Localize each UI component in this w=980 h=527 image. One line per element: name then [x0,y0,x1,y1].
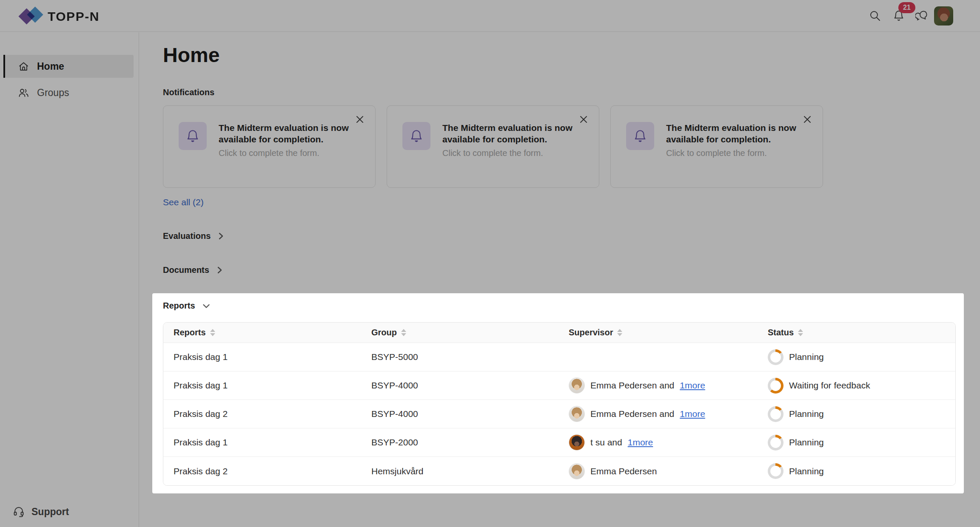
notifications-section-label: Notifications [163,88,214,97]
more-supervisors-link[interactable]: 1more [680,380,705,391]
notification-bell-icon [626,122,654,150]
sort-icon [798,329,803,336]
user-avatar[interactable] [934,6,953,26]
reports-section: Reports Reports Group Supervisor Status [152,293,964,493]
sidebar-item-home[interactable]: Home [5,55,134,78]
notification-bell-icon [179,122,207,150]
evaluations-section-toggle[interactable]: Evaluations [163,231,225,241]
supervisor-name: Emma Pedersen and [590,380,674,391]
report-cell: Praksis dag 2 [163,409,361,419]
support-label: Support [31,506,69,518]
close-icon[interactable] [354,113,366,125]
supervisor-name: t su and [590,437,622,448]
chevron-right-icon [216,266,224,274]
headset-icon [13,506,25,518]
notification-count-badge: 21 [898,2,915,13]
column-header-group[interactable]: Group [361,328,558,337]
app-logo [20,7,47,26]
supervisor-cell: Emma Pedersen [558,463,758,479]
group-cell: BSYP-5000 [361,352,558,362]
sidebar-item-label: Groups [37,87,69,99]
table-row[interactable]: Praksis dag 1 BSYP-2000 t su and 1more P… [163,428,955,457]
notification-body: Click to complete the form. [666,148,767,158]
supervisor-name: Emma Pedersen and [590,409,674,419]
status-progress-ring [768,463,783,479]
status-label: Waiting for feedback [789,380,870,391]
table-header-row: Reports Group Supervisor Status [163,323,955,343]
table-row[interactable]: Praksis dag 2 Hemsjukvård Emma Pedersen … [163,457,955,485]
report-cell: Praksis dag 1 [163,437,361,448]
status-progress-ring [768,406,783,422]
notification-bell-icon [402,122,430,150]
close-icon[interactable] [578,113,590,125]
report-cell: Praksis dag 1 [163,352,361,362]
status-progress-ring [768,349,783,365]
home-icon [18,61,29,72]
report-cell: Praksis dag 1 [163,380,361,391]
column-header-reports[interactable]: Reports [163,328,361,337]
table-row[interactable]: Praksis dag 1 BSYP-4000 Emma Pedersen an… [163,371,955,400]
status-progress-ring [768,378,783,394]
notification-cards: The Midterm evaluation is now available … [163,105,823,188]
sidebar: Home Groups Support [0,32,139,527]
supervisor-avatar [569,463,585,479]
supervisor-cell: Emma Pedersen and 1more [558,406,758,422]
reports-table: Reports Group Supervisor Status Praksis … [163,322,956,486]
page-title: Home [163,43,219,67]
notification-card[interactable]: The Midterm evaluation is now available … [163,105,376,188]
supervisor-avatar [569,434,585,450]
notification-card[interactable]: The Midterm evaluation is now available … [387,105,599,188]
sidebar-item-groups[interactable]: Groups [5,81,134,104]
notification-body: Click to complete the form. [442,148,543,158]
group-cell: Hemsjukvård [361,466,558,476]
notification-body: Click to complete the form. [219,148,319,158]
status-label: Planning [789,466,824,476]
status-cell: Waiting for feedback [758,378,955,394]
supervisor-cell: t su and 1more [558,434,758,450]
status-label: Planning [789,352,824,362]
more-supervisors-link[interactable]: 1more [628,437,653,448]
reports-label: Reports [163,301,195,311]
documents-section-toggle[interactable]: Documents [163,265,224,275]
supervisor-cell: Emma Pedersen and 1more [558,377,758,394]
groups-icon [18,87,29,99]
chevron-down-icon [202,302,211,310]
more-supervisors-link[interactable]: 1more [680,409,705,419]
supervisor-avatar [569,406,585,422]
top-bar: TOPP-N 21 [0,0,980,32]
notification-title: The Midterm evaluation is now available … [219,122,359,145]
sort-icon [617,329,622,336]
notification-title: The Midterm evaluation is now available … [666,122,806,145]
sidebar-item-label: Home [37,61,64,72]
chevron-right-icon [217,232,225,240]
table-row[interactable]: Praksis dag 2 BSYP-4000 Emma Pedersen an… [163,400,955,428]
supervisor-name: Emma Pedersen [590,466,657,476]
status-cell: Planning [758,406,955,422]
group-cell: BSYP-2000 [361,437,558,448]
sidebar-item-support[interactable]: Support [13,506,69,518]
evaluations-label: Evaluations [163,231,211,241]
documents-label: Documents [163,265,209,275]
chat-icon[interactable] [915,9,928,22]
column-header-status[interactable]: Status [758,328,955,337]
app-name: TOPP-N [48,9,100,24]
status-label: Planning [789,409,824,419]
group-cell: BSYP-4000 [361,409,558,419]
table-row[interactable]: Praksis dag 1 BSYP-5000 Planning [163,343,955,371]
notification-title: The Midterm evaluation is now available … [442,122,583,145]
column-header-supervisor[interactable]: Supervisor [558,328,758,337]
group-cell: BSYP-4000 [361,380,558,391]
sort-icon [401,329,406,336]
status-cell: Planning [758,435,955,450]
status-label: Planning [789,437,824,448]
status-cell: Planning [758,349,955,365]
close-icon[interactable] [801,113,813,125]
search-icon[interactable] [869,9,881,22]
notification-card[interactable]: The Midterm evaluation is now available … [610,105,823,188]
status-progress-ring [768,435,783,450]
see-all-link[interactable]: See all (2) [163,197,204,207]
report-cell: Praksis dag 2 [163,466,361,476]
status-cell: Planning [758,463,955,479]
reports-section-toggle[interactable]: Reports [163,301,211,311]
supervisor-avatar [569,377,585,394]
